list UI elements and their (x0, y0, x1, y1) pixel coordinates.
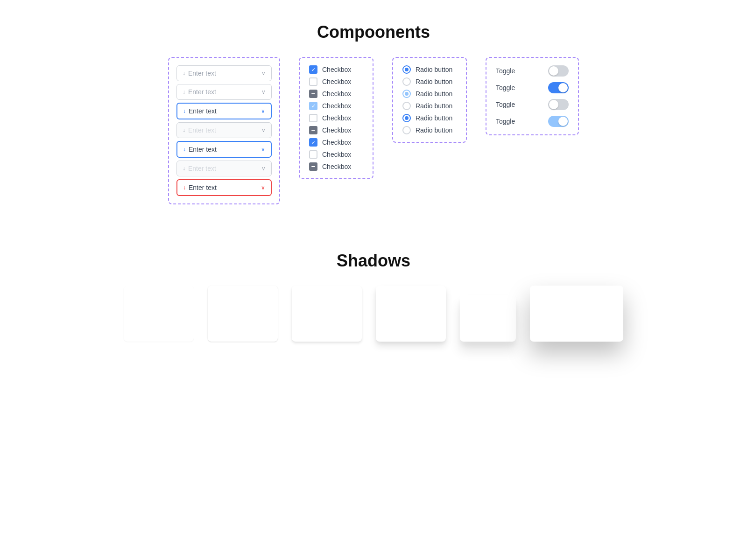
page-title: Compoonents (0, 0, 747, 57)
checkbox-label-4: Checkbox (322, 102, 351, 110)
checkbox-label-1: Checkbox (322, 66, 351, 73)
checkbox-label-3: Checkbox (322, 90, 351, 98)
radio-button-2[interactable] (402, 77, 411, 86)
down-arrow-icon-3: ↓ (183, 108, 186, 114)
radio-label-5: Radio button (416, 114, 452, 122)
chevron-icon-2: ∨ (261, 89, 266, 95)
shadow-card-2 (208, 286, 278, 342)
dropdown-text-5: Enter text (189, 146, 217, 153)
radio-inner-1 (405, 68, 409, 71)
checkbox-item-3[interactable]: Checkbox (309, 90, 363, 98)
chevron-icon-3: ∨ (261, 108, 265, 114)
down-arrow-icon-6: ↓ (183, 165, 185, 172)
radio-inner-5 (405, 116, 409, 120)
checkbox-item-8[interactable]: Checkbox (309, 150, 363, 159)
dropdown-item-1[interactable]: ↓ Enter text ∨ (176, 65, 272, 81)
chevron-icon-1: ∨ (261, 70, 266, 77)
shadow-card-4 (376, 286, 446, 342)
checkbox-item-9[interactable]: Checkbox (309, 162, 363, 171)
shadow-card-1 (124, 286, 194, 342)
checkmark-icon-4: ✓ (311, 104, 316, 109)
dropdown-text-1: Enter text (188, 70, 216, 77)
checkbox-panel: ✓ Checkbox Checkbox Checkbox ✓ Checkbox (299, 57, 374, 179)
radio-button-4[interactable] (402, 102, 411, 110)
radio-item-2[interactable]: Radio button (402, 77, 457, 86)
toggle-switch-2[interactable] (548, 82, 569, 93)
toggle-label-4: Toggle (496, 118, 515, 125)
radio-label-1: Radio button (416, 66, 452, 73)
checkbox-item-6[interactable]: Checkbox (309, 126, 363, 134)
toggle-item-2: Toggle (496, 82, 569, 93)
checkbox-label-8: Checkbox (322, 151, 351, 158)
shadows-title: Shadows (0, 232, 747, 286)
checkbox-item-7[interactable]: ✓ Checkbox (309, 138, 363, 147)
radio-item-1[interactable]: Radio button (402, 65, 457, 74)
checkbox-item-4[interactable]: ✓ Checkbox (309, 102, 363, 110)
dropdown-item-3[interactable]: ↓ Enter text ∨ (176, 103, 272, 119)
checkbox-box-5[interactable] (309, 114, 317, 122)
checkmark-icon-1: ✓ (311, 67, 316, 72)
checkbox-box-3[interactable] (309, 90, 317, 98)
toggle-knob-3 (549, 100, 558, 109)
dropdown-item-6: ↓ Enter text ∨ (176, 161, 272, 176)
checkbox-label-6: Checkbox (322, 126, 351, 134)
checkbox-box-4[interactable]: ✓ (309, 102, 317, 110)
dropdown-panel: ↓ Enter text ∨ ↓ Enter text ∨ ↓ Enter te… (168, 57, 280, 204)
toggle-knob-1 (549, 66, 558, 76)
checkbox-label-7: Checkbox (322, 139, 351, 146)
radio-button-3[interactable] (402, 90, 411, 98)
radio-inner-3 (405, 92, 409, 96)
checkbox-box-8[interactable] (309, 150, 317, 159)
dropdown-text-3: Enter text (189, 107, 217, 115)
indeterminate-icon-6 (311, 130, 315, 131)
checkbox-item-5[interactable]: Checkbox (309, 114, 363, 122)
down-arrow-icon-1: ↓ (183, 70, 185, 77)
checkbox-box-2[interactable] (309, 77, 317, 86)
radio-label-6: Radio button (416, 126, 452, 134)
radio-button-5[interactable] (402, 114, 411, 122)
radio-item-4[interactable]: Radio button (402, 102, 457, 110)
radio-button-1[interactable] (402, 65, 411, 74)
radio-item-3[interactable]: Radio button (402, 90, 457, 98)
toggle-switch-4[interactable] (548, 116, 569, 127)
down-arrow-icon-7: ↓ (183, 184, 186, 191)
chevron-icon-4: ∨ (261, 127, 266, 133)
radio-panel: Radio button Radio button Radio button R… (392, 57, 467, 143)
toggle-item-4: Toggle (496, 116, 569, 127)
toggle-item-3: Toggle (496, 99, 569, 110)
checkbox-box-7[interactable]: ✓ (309, 138, 317, 147)
checkbox-label-9: Checkbox (322, 163, 351, 170)
chevron-icon-6: ∨ (261, 165, 266, 172)
checkbox-item-1[interactable]: ✓ Checkbox (309, 65, 363, 74)
down-arrow-icon-2: ↓ (183, 89, 185, 95)
checkbox-label-2: Checkbox (322, 78, 351, 85)
dropdown-item-2[interactable]: ↓ Enter text ∨ (176, 84, 272, 100)
radio-item-6[interactable]: Radio button (402, 126, 457, 134)
toggle-label-3: Toggle (496, 101, 515, 108)
dropdown-item-5[interactable]: ↓ Enter text ∨ (176, 141, 272, 158)
dropdown-text-7: Enter text (189, 184, 217, 191)
radio-item-5[interactable]: Radio button (402, 114, 457, 122)
checkbox-box-6[interactable] (309, 126, 317, 134)
toggle-switch-3[interactable] (548, 99, 569, 110)
shadows-row (0, 286, 747, 342)
toggle-panel: Toggle Toggle Toggle Toggle (486, 57, 579, 135)
radio-label-4: Radio button (416, 102, 452, 110)
checkbox-box-9[interactable] (309, 162, 317, 171)
checkbox-box-1[interactable]: ✓ (309, 65, 317, 74)
down-arrow-icon-4: ↓ (183, 127, 185, 133)
radio-button-6[interactable] (402, 126, 411, 134)
checkbox-label-5: Checkbox (322, 114, 351, 122)
toggle-item-1: Toggle (496, 65, 569, 77)
toggle-knob-2 (558, 83, 568, 92)
dropdown-text-6: Enter text (188, 165, 216, 172)
shadow-card-3 (292, 286, 362, 342)
checkbox-item-2[interactable]: Checkbox (309, 77, 363, 86)
components-row: ↓ Enter text ∨ ↓ Enter text ∨ ↓ Enter te… (0, 57, 747, 204)
indeterminate-icon-3 (311, 93, 315, 94)
shadow-card-5 (460, 295, 516, 342)
chevron-icon-5: ∨ (261, 146, 265, 153)
chevron-icon-7: ∨ (261, 184, 265, 191)
toggle-switch-1[interactable] (548, 65, 569, 77)
dropdown-item-7[interactable]: ↓ Enter text ∨ (176, 179, 272, 196)
